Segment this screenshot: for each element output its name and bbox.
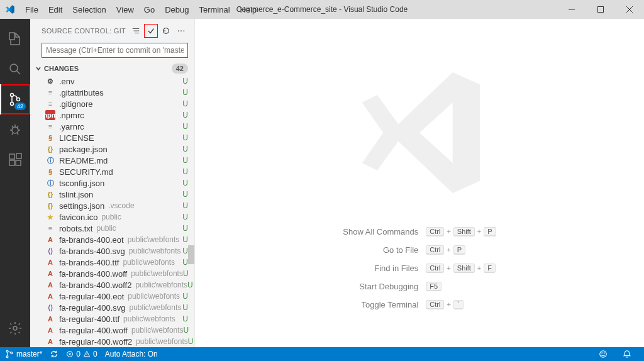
activity-debug[interactable] <box>0 114 30 145</box>
more-actions-icon[interactable] <box>174 24 188 38</box>
change-row[interactable]: §LICENSEU <box>30 132 194 143</box>
change-row[interactable]: Afa-regular-400.woff2public\webfontsU <box>30 336 194 347</box>
change-row[interactable]: ⓘREADME.mdU <box>30 155 194 166</box>
change-row[interactable]: Afa-regular-400.woffpublic\webfontsU <box>30 325 194 336</box>
window-title: Commerce_e-Commerce_site - Visual Studio… <box>236 5 408 14</box>
svg-line-14 <box>12 126 13 128</box>
activity-search[interactable] <box>0 54 30 84</box>
menu-debug[interactable]: Debug <box>160 3 194 17</box>
change-row[interactable]: Afa-brands-400.woff2public\webfontsU <box>30 279 194 291</box>
changes-label: CHANGES <box>44 65 79 72</box>
shortcut-keys: Ctrl+` <box>426 300 496 309</box>
file-name: fa-regular-400.woff2 <box>59 337 132 347</box>
shortcut-label: Show All Commands <box>343 227 418 236</box>
change-row[interactable]: Afa-brands-400.eotpublic\webfontsU <box>30 234 194 245</box>
file-name: fa-brands-400.ttf <box>59 258 119 267</box>
status-auto-attach[interactable]: Auto Attach: On <box>105 350 158 358</box>
menu-edit[interactable]: Edit <box>43 3 67 17</box>
change-row[interactable]: ≡.gitignoreU <box>30 98 194 109</box>
svg-rect-1 <box>598 7 604 13</box>
file-status: U <box>188 337 194 346</box>
file-status: U <box>182 247 188 255</box>
shortcut-keys: Ctrl+P <box>426 245 496 255</box>
file-name: LICENSE <box>59 133 94 143</box>
status-branch[interactable]: master* <box>5 350 42 358</box>
svg-line-16 <box>12 133 13 135</box>
change-row[interactable]: ★favicon.icopublicU <box>30 211 194 223</box>
svg-point-28 <box>184 30 185 31</box>
file-name: fa-regular-400.woff <box>59 326 128 335</box>
svg-rect-20 <box>16 160 21 165</box>
shortcut-label: Go to File <box>343 245 418 255</box>
file-name: tsconfig.json <box>59 179 104 188</box>
svg-point-38 <box>604 353 604 353</box>
menu-file[interactable]: File <box>20 3 43 17</box>
file-status: U <box>182 258 188 267</box>
status-feedback[interactable] <box>599 350 608 358</box>
activity-bar: 42 <box>0 19 30 347</box>
file-name: .yarnrc <box>59 122 84 131</box>
svg-point-37 <box>602 353 602 353</box>
activity-settings[interactable] <box>0 313 30 343</box>
changes-section-header[interactable]: CHANGES 42 <box>30 62 194 75</box>
change-row[interactable]: §SECURITY.mdU <box>30 166 194 177</box>
menu-view[interactable]: View <box>111 3 139 17</box>
close-button[interactable] <box>615 0 644 19</box>
change-row[interactable]: Afa-brands-400.woffpublic\webfontsU <box>30 268 194 279</box>
file-name: .gitignore <box>59 99 92 109</box>
shortcut-keys: Ctrl+Shift+F <box>426 264 496 273</box>
svg-point-10 <box>12 127 18 133</box>
refresh-icon[interactable] <box>159 24 173 38</box>
svg-point-22 <box>13 326 17 330</box>
commit-check-icon[interactable] <box>144 24 158 38</box>
status-problems[interactable]: 0 0 <box>66 350 97 358</box>
file-status: U <box>182 292 188 301</box>
status-bell[interactable] <box>623 350 631 358</box>
activity-extensions[interactable] <box>0 145 30 175</box>
change-row[interactable]: Afa-regular-400.eotpublic\webfontsU <box>30 291 194 302</box>
file-name: .npmrc <box>59 111 84 120</box>
change-row[interactable]: ⓘtsconfig.jsonU <box>30 177 194 189</box>
file-name: fa-regular-400.svg <box>59 303 126 313</box>
main-area: 42 SOURCE CONTROL: GIT CHANGES <box>0 19 644 347</box>
file-status: U <box>182 224 188 233</box>
activity-explorer[interactable] <box>0 24 30 54</box>
file-path: public\webfonts <box>128 235 180 244</box>
svg-point-27 <box>180 30 182 31</box>
view-as-tree-icon[interactable] <box>129 24 143 38</box>
menu-terminal[interactable]: Terminal <box>194 3 235 17</box>
change-row[interactable]: Afa-regular-400.ttfpublic\webfontsU <box>30 313 194 325</box>
change-row[interactable]: ⟨⟩fa-brands-400.svgpublic\webfontsU <box>30 245 194 257</box>
change-row[interactable]: {}package.jsonU <box>30 143 194 155</box>
svg-rect-21 <box>16 153 21 158</box>
file-status: U <box>182 314 188 323</box>
menu-go[interactable]: Go <box>139 3 160 17</box>
scrollbar-thumb[interactable] <box>188 245 194 264</box>
shortcut-keys: F5 <box>426 282 496 291</box>
vscode-watermark-icon <box>344 57 495 208</box>
sidebar-title: SOURCE CONTROL: GIT <box>42 27 129 35</box>
file-name: favicon.ico <box>59 213 97 222</box>
svg-point-5 <box>10 64 18 72</box>
svg-line-15 <box>17 126 18 128</box>
change-row[interactable]: ⟨⟩fa-regular-400.svgpublic\webfontsU <box>30 302 194 313</box>
change-row[interactable]: ≡.yarnrcU <box>30 121 194 132</box>
svg-point-30 <box>6 356 8 358</box>
file-name: .env <box>59 77 75 86</box>
svg-rect-4 <box>9 33 14 40</box>
minimize-button[interactable] <box>557 0 586 19</box>
commit-message-input[interactable] <box>42 43 188 58</box>
change-row[interactable]: ≡robots.txtpublicU <box>30 223 194 234</box>
change-row[interactable]: {}settings.json.vscodeU <box>30 200 194 211</box>
status-sync[interactable] <box>50 350 58 358</box>
maximize-button[interactable] <box>586 0 615 19</box>
menu-selection[interactable]: Selection <box>67 3 111 17</box>
activity-source-control[interactable]: 42 <box>0 84 30 114</box>
change-row[interactable]: {}tslint.jsonU <box>30 189 194 200</box>
file-name: .gitattributes <box>59 88 104 97</box>
change-row[interactable]: npm.npmrcU <box>30 109 194 121</box>
change-row[interactable]: ≡.gitattributesU <box>30 87 194 98</box>
source-control-sidebar: SOURCE CONTROL: GIT CHANGES 42 ⚙.envU≡.g… <box>30 19 195 347</box>
change-row[interactable]: ⚙.envU <box>30 75 194 87</box>
change-row[interactable]: Afa-brands-400.ttfpublic\webfontsU <box>30 257 194 268</box>
